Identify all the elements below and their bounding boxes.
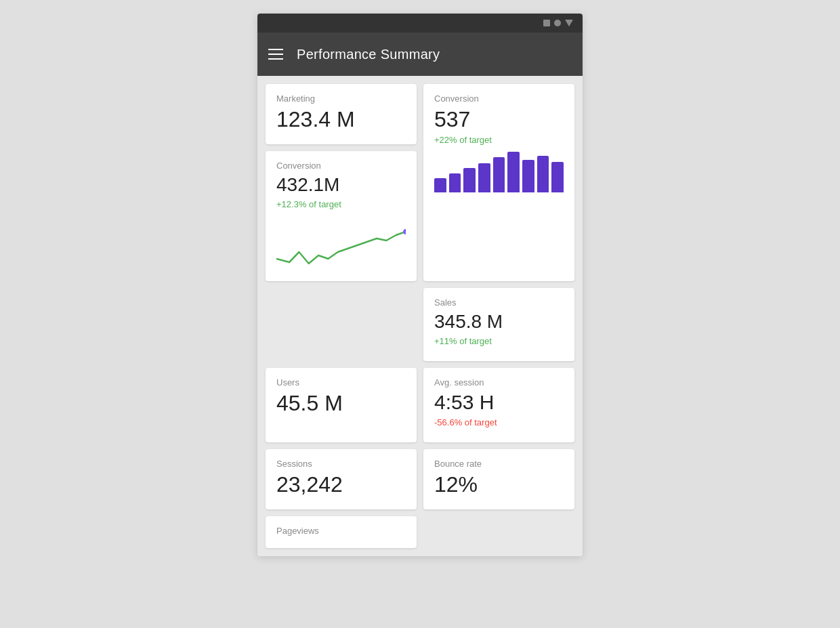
svg-point-0: [403, 229, 406, 234]
bar-9: [551, 162, 564, 192]
conversion-bar-chart: [434, 152, 564, 192]
bar-6: [507, 152, 520, 192]
conversion-large-label: Conversion: [434, 93, 564, 104]
conversion-small-target: +12.3% of target: [276, 199, 406, 209]
avg-session-target: -56.6% of target: [434, 417, 564, 427]
phone-frame: Performance Summary Marketing 123.4 M Co…: [257, 14, 583, 556]
conversion-small-card[interactable]: Conversion 432.1M +12.3% of target: [266, 151, 417, 281]
marketing-label: Marketing: [276, 93, 406, 104]
bounce-rate-label: Bounce rate: [434, 459, 564, 469]
sales-target: +11% of target: [434, 336, 564, 346]
pageviews-label: Pageviews: [276, 526, 406, 536]
users-card[interactable]: Users 45.5 M: [266, 368, 417, 442]
sessions-label: Sessions: [276, 459, 406, 469]
bar-5: [493, 157, 505, 193]
conversion-small-label: Conversion: [276, 161, 406, 171]
status-icon-square: [543, 20, 550, 26]
bounce-rate-value: 12%: [434, 472, 564, 497]
users-value: 45.5 M: [276, 390, 406, 416]
users-label: Users: [276, 377, 406, 388]
conversion-large-value: 537: [434, 106, 564, 132]
marketing-value: 123.4 M: [276, 106, 406, 132]
app-bar: Performance Summary: [257, 33, 583, 76]
bar-8: [537, 156, 549, 192]
status-icon-triangle: [565, 20, 573, 26]
bar-3: [463, 168, 476, 192]
app-title: Performance Summary: [297, 47, 440, 62]
conversion-small-value: 432.1M: [276, 173, 406, 196]
conversion-large-target: +22% of target: [434, 135, 564, 145]
bounce-rate-card[interactable]: Bounce rate 12%: [423, 449, 574, 509]
sessions-card[interactable]: Sessions 23,242: [266, 449, 417, 509]
sales-value: 345.8 M: [434, 310, 564, 333]
bar-2: [449, 173, 461, 193]
avg-session-label: Avg. session: [434, 377, 564, 388]
conversion-line-chart: [276, 215, 406, 269]
sales-card[interactable]: Sales 345.8 M +11% of target: [423, 288, 574, 361]
pageviews-card[interactable]: Pageviews: [266, 516, 417, 548]
bar-4: [478, 163, 490, 192]
status-bar: [257, 14, 583, 33]
marketing-card[interactable]: Marketing 123.4 M: [266, 84, 417, 144]
content-grid: Marketing 123.4 M Conversion 537 +22% of…: [257, 76, 583, 556]
sessions-value: 23,242: [276, 472, 406, 497]
status-icon-circle: [554, 20, 561, 26]
bar-1: [434, 178, 446, 192]
menu-icon[interactable]: [268, 49, 283, 60]
avg-session-value: 4:53 H: [434, 390, 564, 415]
avg-session-card[interactable]: Avg. session 4:53 H -56.6% of target: [423, 368, 574, 442]
conversion-large-card[interactable]: Conversion 537 +22% of target: [423, 84, 574, 281]
sales-label: Sales: [434, 297, 564, 308]
bar-7: [522, 160, 534, 192]
